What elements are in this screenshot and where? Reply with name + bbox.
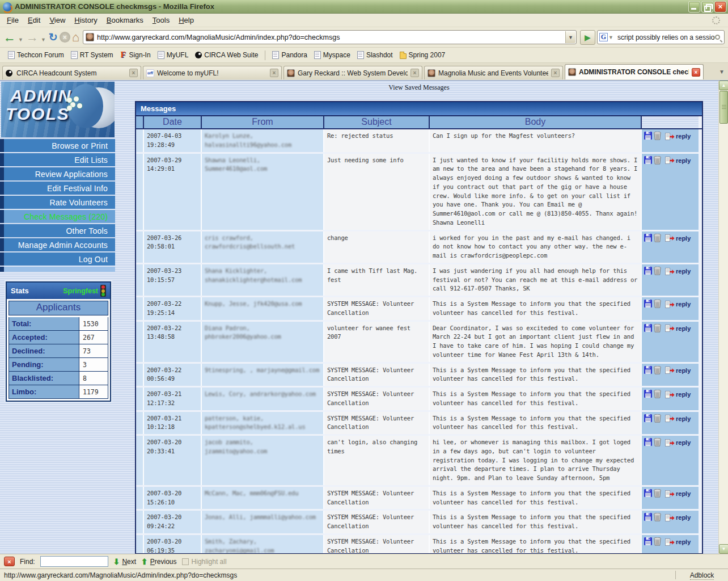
sidebar-nav-item[interactable]: Log Out — [0, 252, 115, 266]
scroll-up-icon[interactable]: ▲ — [719, 81, 728, 90]
find-input[interactable] — [40, 556, 108, 567]
delete-icon[interactable] — [654, 300, 661, 308]
column-header[interactable]: Body — [430, 116, 642, 128]
column-header[interactable]: From — [202, 116, 324, 128]
browser-tab[interactable]: Gary Reckard :: Web System Develop... × — [283, 66, 422, 79]
vertical-scrollbar[interactable]: ▲ ▼ — [718, 81, 728, 554]
tab-close-icon[interactable]: × — [410, 69, 419, 77]
save-icon[interactable] — [644, 156, 652, 164]
sidebar-nav-item[interactable]: Review Applications — [0, 167, 115, 180]
find-next-button[interactable]: ⬇ Next — [113, 558, 136, 566]
save-icon[interactable] — [644, 132, 652, 140]
save-icon[interactable] — [644, 234, 652, 242]
url-text[interactable]: http://www.garyreckard.com/MagnoliaMusic… — [94, 33, 565, 41]
reply-button[interactable]: reply — [665, 414, 691, 424]
adblock-button[interactable]: Adblock — [676, 571, 728, 579]
menu-item[interactable]: Edit — [23, 14, 45, 26]
save-icon[interactable] — [644, 537, 652, 545]
forward-button[interactable]: → — [26, 31, 39, 44]
menu-item[interactable]: Help — [174, 14, 198, 26]
back-dropdown-icon[interactable]: ▼ — [18, 37, 23, 43]
tab-close-icon[interactable]: × — [129, 69, 138, 77]
menu-item[interactable]: File — [2, 14, 23, 26]
browser-tab[interactable]: Magnolia Music and Events Volunteer ... … — [424, 66, 563, 79]
save-icon[interactable] — [644, 390, 652, 398]
reply-button[interactable]: reply — [665, 132, 691, 141]
sidebar-nav-item[interactable]: Edit Festival Info — [0, 182, 115, 195]
reply-button[interactable]: reply — [665, 513, 691, 523]
delete-icon[interactable] — [654, 414, 661, 423]
findbar-close-icon[interactable]: × — [4, 557, 15, 566]
reply-button[interactable]: reply — [665, 324, 691, 334]
reply-button[interactable]: reply — [665, 234, 691, 243]
scrollbar-thumb[interactable] — [719, 91, 728, 124]
save-icon[interactable] — [644, 513, 652, 521]
reply-button[interactable]: reply — [665, 366, 691, 376]
save-icon[interactable] — [644, 414, 652, 422]
traffic-light-icon[interactable] — [100, 285, 106, 297]
delete-icon[interactable] — [654, 234, 661, 242]
sidebar-nav-item[interactable]: Check Messages (220) — [0, 210, 115, 223]
delete-icon[interactable] — [654, 438, 661, 447]
search-input[interactable]: script possibly relies on a session — [615, 33, 715, 41]
tab-close-icon[interactable]: × — [551, 69, 560, 77]
sidebar-nav-item[interactable]: Rate Volunteers — [0, 196, 115, 209]
home-button[interactable]: ⌂ — [72, 30, 79, 45]
tab-close-icon[interactable]: × — [270, 69, 278, 77]
save-icon[interactable] — [644, 438, 652, 446]
menu-item[interactable]: Tools — [148, 14, 174, 26]
reply-button[interactable]: reply — [665, 156, 691, 166]
scroll-down-icon[interactable]: ▼ — [719, 544, 728, 554]
reply-button[interactable]: reply — [665, 300, 691, 309]
save-icon[interactable] — [644, 366, 652, 374]
sidebar-nav-item[interactable]: Browse or Print — [0, 139, 115, 152]
menu-item[interactable]: Bookmarks — [102, 14, 148, 26]
sidebar-nav-item[interactable]: Manage Admin Accounts — [0, 238, 115, 251]
bookmark-item[interactable]: RT System — [67, 50, 117, 60]
reply-button[interactable]: reply — [665, 390, 691, 399]
url-dropdown-icon[interactable]: ▼ — [565, 31, 575, 43]
bookmark-item[interactable]: CIRCA Web Suite — [192, 50, 261, 60]
delete-icon[interactable] — [654, 489, 661, 498]
highlight-checkbox[interactable] — [182, 558, 189, 565]
stop-button[interactable]: × — [60, 32, 70, 43]
delete-icon[interactable] — [654, 267, 661, 275]
forward-dropdown-icon[interactable]: ▼ — [41, 37, 46, 43]
reload-button[interactable]: ↻ — [49, 31, 58, 44]
browser-tab[interactable]: CIRCA Headcount System × — [2, 66, 141, 79]
tab-close-icon[interactable]: × — [692, 68, 700, 77]
highlight-all-toggle[interactable]: Highlight all — [182, 558, 227, 566]
delete-icon[interactable] — [654, 156, 661, 165]
column-header[interactable]: Date — [144, 116, 202, 128]
delete-icon[interactable] — [654, 390, 661, 398]
save-icon[interactable] — [644, 300, 652, 308]
sidebar-nav-item[interactable]: Edit Lists — [0, 153, 115, 166]
delete-icon[interactable] — [654, 366, 661, 374]
find-previous-button[interactable]: ⬆ Previous — [141, 558, 176, 566]
menu-item[interactable]: View — [45, 14, 70, 26]
restore-button[interactable] — [701, 1, 713, 12]
reply-button[interactable]: reply — [665, 537, 691, 547]
view-saved-messages-link[interactable]: View Saved Messages — [135, 83, 703, 92]
save-icon[interactable] — [644, 267, 652, 275]
delete-icon[interactable] — [654, 513, 661, 521]
bookmark-item[interactable]: Sign-In — [117, 50, 154, 60]
url-bar[interactable]: http://www.garyreckard.com/MagnoliaMusic… — [83, 30, 577, 44]
sidebar-nav-item[interactable]: Other Tools — [0, 224, 115, 237]
reply-button[interactable]: reply — [665, 267, 691, 276]
search-box[interactable]: G ▼ script possibly relies on a session — [597, 30, 725, 44]
delete-icon[interactable] — [654, 132, 661, 140]
bookmark-item[interactable]: Slashdot — [354, 50, 396, 60]
bookmark-item[interactable]: Techcon Forum — [5, 50, 67, 60]
search-engine-dropdown-icon[interactable]: ▼ — [608, 35, 613, 40]
tab-list-dropdown-icon[interactable]: ▼ — [719, 69, 725, 75]
bookmark-item[interactable]: MyUFL — [154, 50, 192, 60]
back-button[interactable]: ← — [3, 31, 16, 44]
bookmark-item[interactable]: Myspace — [311, 50, 354, 60]
delete-icon[interactable] — [654, 537, 661, 546]
go-button[interactable]: ▶ — [580, 30, 595, 45]
reply-button[interactable]: reply — [665, 438, 691, 448]
column-header[interactable]: Subject — [324, 116, 430, 128]
reply-button[interactable]: reply — [665, 489, 691, 499]
search-icon[interactable] — [715, 35, 720, 40]
